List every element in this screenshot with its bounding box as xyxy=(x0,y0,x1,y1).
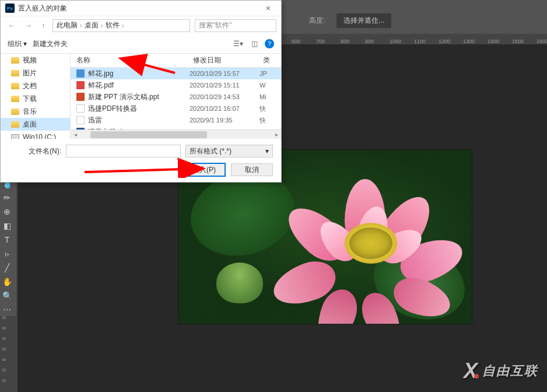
view-icon[interactable]: ☰▾ xyxy=(232,38,244,49)
dialog-body: 视频图片文档下载音乐桌面Win10 (C:)软件 (D:)Win7 (E:) 名… xyxy=(1,53,281,139)
file-name: 迅捷PDF转换器 xyxy=(88,104,137,114)
file-row[interactable]: 鲜花.pdf2020/10/29 15:11W xyxy=(71,79,281,91)
tool-stamp[interactable]: ⊕ xyxy=(0,205,14,218)
ruler-tick: 1200 xyxy=(439,38,450,44)
folder-icon xyxy=(11,121,19,128)
sidebar-item[interactable]: Win10 (C:) xyxy=(1,131,70,139)
breadcrumb-part[interactable]: 此电脑 xyxy=(57,20,78,30)
cancel-button[interactable]: 取消 xyxy=(231,163,273,176)
file-icon xyxy=(76,69,85,78)
file-type: W xyxy=(260,82,281,89)
ruler-tick: 900 xyxy=(365,38,374,44)
file-name: 迅雷 xyxy=(88,116,102,125)
file-row[interactable]: 迅雷2020/9/1 19:35快 xyxy=(71,114,281,126)
scroll-left-icon[interactable]: ◂ xyxy=(71,131,80,138)
filetype-select[interactable]: 所有格式 (*.*) ▾ xyxy=(185,145,273,158)
sidebar: 视频图片文档下载音乐桌面Win10 (C:)软件 (D:)Win7 (E:) xyxy=(1,54,71,139)
sidebar-item[interactable]: 文档 xyxy=(1,79,70,92)
chevron-down-icon: ▾ xyxy=(265,147,269,155)
search-input[interactable]: 搜索"软件" xyxy=(195,19,276,32)
breadcrumb[interactable]: 此电脑 › 桌面 › 软件 › xyxy=(52,19,191,32)
dialog-nav: ← → ↑ 此电脑 › 桌面 › 软件 › 搜索"软件" xyxy=(1,16,281,34)
sidebar-item[interactable]: 桌面 xyxy=(1,118,70,131)
organize-button[interactable]: 组织 ▾ xyxy=(8,39,27,49)
nav-up-icon[interactable]: ↑ xyxy=(39,20,48,31)
tool-shape[interactable]: ╱ xyxy=(0,261,14,274)
watermark-text: 自由互联 xyxy=(482,362,538,380)
column-name[interactable]: 名称 xyxy=(76,55,193,65)
ruler-tick: 0 xyxy=(1,379,7,382)
column-date[interactable]: 修改日期 xyxy=(193,55,263,65)
sidebar-item[interactable]: 下载 xyxy=(1,92,70,105)
file-row[interactable]: 迅捷PDF转换器2020/10/21 16:07快 xyxy=(71,103,281,114)
sidebar-item[interactable]: 音乐 xyxy=(1,105,70,118)
ps-icon: Ps xyxy=(5,4,15,13)
height-label: 高度: xyxy=(309,16,325,26)
tool-text[interactable]: T xyxy=(0,233,14,246)
ruler-tick: 1300 xyxy=(463,38,475,44)
ruler-tick: 8 xyxy=(1,327,7,330)
sidebar-item[interactable]: 视频 xyxy=(1,54,70,66)
preview-icon[interactable]: ◫ xyxy=(250,38,259,49)
folder-icon xyxy=(11,70,19,76)
place-button[interactable]: 置入(P) xyxy=(183,163,225,176)
file-date: 2020/10/21 16:07 xyxy=(190,105,260,112)
chevron-right-icon: › xyxy=(80,22,82,30)
dialog-toolbar: 组织 ▾ 新建文件夹 ☰▾ ◫ ? xyxy=(1,34,281,53)
filename-label: 文件名(N): xyxy=(9,146,61,156)
file-row[interactable]: 新建 PPT 演示文稿.ppt2020/10/29 14:53Mi xyxy=(71,91,281,103)
new-folder-button[interactable]: 新建文件夹 xyxy=(33,39,68,49)
file-type: JP xyxy=(260,70,281,77)
tool-more[interactable]: ⋯ xyxy=(0,303,14,316)
sidebar-item-label: 桌面 xyxy=(23,120,37,130)
nav-forward-icon[interactable]: → xyxy=(22,20,34,31)
drive-icon xyxy=(11,134,19,139)
ps-options-bar: 高度: 选择并遮住... xyxy=(280,12,547,29)
tool-eraser[interactable]: ◧ xyxy=(0,219,14,232)
tool-path[interactable]: ▹ xyxy=(0,247,14,260)
file-icon xyxy=(76,104,85,113)
file-list-header[interactable]: 名称 修改日期 类 xyxy=(71,54,281,68)
ruler-tick: 1100 xyxy=(414,38,426,44)
ruler-tick: 0 xyxy=(1,337,7,340)
file-icon xyxy=(76,81,85,89)
file-date: 2020/10/29 15:57 xyxy=(190,70,260,77)
nav-back-icon[interactable]: ← xyxy=(5,20,17,31)
tool-zoom[interactable]: 🔍 xyxy=(0,289,14,302)
sidebar-item-label: 图片 xyxy=(23,68,37,78)
scrollbar-horizontal[interactable]: ◂ ▸ xyxy=(71,130,281,139)
sidebar-item-label: 音乐 xyxy=(23,107,37,117)
folder-icon xyxy=(11,96,19,102)
ruler-tick: 700 xyxy=(316,38,325,44)
file-date: 2020/9/1 19:35 xyxy=(190,117,260,124)
ruler-tick: 800 xyxy=(341,38,349,44)
breadcrumb-part[interactable]: 软件 xyxy=(106,20,120,30)
chevron-right-icon: › xyxy=(122,22,124,30)
scroll-right-icon[interactable]: ▸ xyxy=(272,131,281,138)
file-name: 鲜花.pdf xyxy=(88,80,114,90)
close-icon[interactable]: × xyxy=(260,4,276,13)
file-type: Mi xyxy=(260,93,281,100)
file-icon xyxy=(76,116,85,124)
folder-icon xyxy=(11,57,19,64)
select-and-mask-button[interactable]: 选择并遮住... xyxy=(336,13,391,28)
ruler-tick: 1500 xyxy=(512,38,524,44)
file-type: 快 xyxy=(260,116,281,125)
scroll-thumb[interactable] xyxy=(90,131,207,138)
filename-input[interactable] xyxy=(66,145,181,158)
sidebar-item-label: 文档 xyxy=(23,81,37,91)
folder-icon xyxy=(11,83,19,89)
breadcrumb-part[interactable]: 桌面 xyxy=(85,20,99,30)
tool-brush[interactable]: ✏ xyxy=(0,191,14,204)
sidebar-item[interactable]: 图片 xyxy=(1,66,70,79)
ruler-tick: 0 xyxy=(1,348,7,351)
column-type[interactable]: 类 xyxy=(263,55,281,65)
file-open-dialog: Ps 置入嵌入的对象 × ← → ↑ 此电脑 › 桌面 › 软件 › 搜索"软件… xyxy=(0,0,282,183)
tool-hand[interactable]: ✋ xyxy=(0,275,14,288)
file-row[interactable]: 鲜花.jpg2020/10/29 15:57JP xyxy=(71,68,281,79)
ruler-tick: 9 xyxy=(1,358,7,361)
dialog-titlebar[interactable]: Ps 置入嵌入的对象 × xyxy=(1,1,281,16)
ruler-tick: 1600 xyxy=(537,38,547,44)
file-list[interactable]: 鲜花.jpg2020/10/29 15:57JP鲜花.pdf2020/10/29… xyxy=(71,68,281,130)
help-icon[interactable]: ? xyxy=(265,39,274,48)
